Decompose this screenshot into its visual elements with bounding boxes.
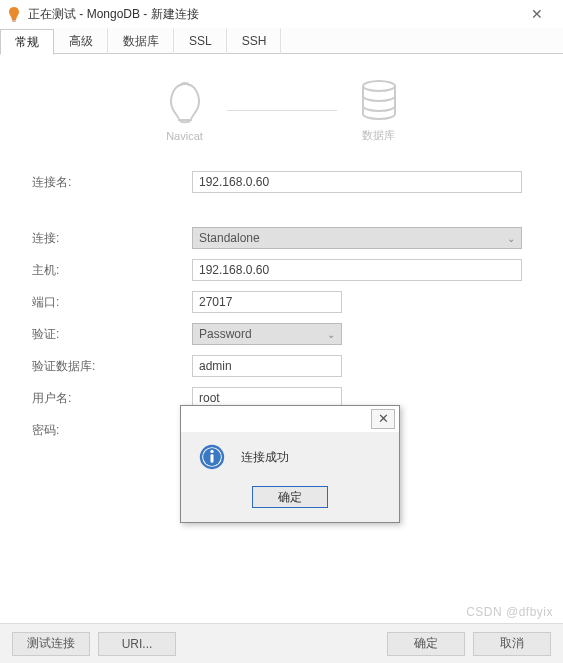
footer-bar: 测试连接 URI... 确定 取消 <box>0 623 563 663</box>
tab-general[interactable]: 常规 <box>0 29 54 55</box>
database-icon <box>355 78 403 122</box>
label-host: 主机: <box>32 262 192 279</box>
tab-ssl[interactable]: SSL <box>174 28 227 54</box>
dialog-message: 连接成功 <box>241 449 289 466</box>
navicat-icon <box>161 80 209 124</box>
dialog-titlebar: ✕ <box>181 406 399 432</box>
svg-point-5 <box>210 450 213 453</box>
tab-database[interactable]: 数据库 <box>108 28 174 54</box>
result-dialog: ✕ 连接成功 确定 <box>180 405 400 523</box>
diagram-right-label: 数据库 <box>362 128 395 143</box>
test-connection-button[interactable]: 测试连接 <box>12 632 90 656</box>
tab-ssh[interactable]: SSH <box>227 28 282 54</box>
auth-value: Password <box>199 327 252 341</box>
close-icon[interactable]: ✕ <box>517 6 557 22</box>
label-port: 端口: <box>32 294 192 311</box>
tab-bar: 常规 高级 数据库 SSL SSH <box>0 28 563 54</box>
watermark: CSDN @dfbyix <box>466 605 553 619</box>
connection-type-value: Standalone <box>199 231 260 245</box>
tab-advanced[interactable]: 高级 <box>54 28 108 54</box>
uri-button[interactable]: URI... <box>98 632 176 656</box>
auth-db-input[interactable] <box>192 355 342 377</box>
label-auth: 验证: <box>32 326 192 343</box>
info-icon <box>197 442 227 472</box>
dialog-close-icon[interactable]: ✕ <box>371 409 395 429</box>
connection-name-input[interactable] <box>192 171 522 193</box>
dialog-ok-button[interactable]: 确定 <box>252 486 328 508</box>
label-conn-name: 连接名: <box>32 174 192 191</box>
label-connection: 连接: <box>32 230 192 247</box>
auth-select[interactable]: Password ⌄ <box>192 323 342 345</box>
connection-type-select[interactable]: Standalone ⌄ <box>192 227 522 249</box>
window-title: 正在测试 - MongoDB - 新建连接 <box>28 6 517 23</box>
chevron-down-icon: ⌄ <box>507 233 515 244</box>
svg-point-1 <box>363 81 395 91</box>
connection-diagram: Navicat 数据库 <box>32 78 531 143</box>
ok-button[interactable]: 确定 <box>387 632 465 656</box>
diagram-line <box>227 110 337 111</box>
app-icon <box>6 6 22 22</box>
window-titlebar: 正在测试 - MongoDB - 新建连接 ✕ <box>0 0 563 28</box>
label-password: 密码: <box>32 422 192 439</box>
cancel-button[interactable]: 取消 <box>473 632 551 656</box>
chevron-down-icon: ⌄ <box>327 329 335 340</box>
label-username: 用户名: <box>32 390 192 407</box>
svg-rect-6 <box>211 454 214 462</box>
port-input[interactable] <box>192 291 342 313</box>
label-auth-db: 验证数据库: <box>32 358 192 375</box>
host-input[interactable] <box>192 259 522 281</box>
svg-point-0 <box>12 20 16 22</box>
diagram-left-label: Navicat <box>166 130 203 142</box>
